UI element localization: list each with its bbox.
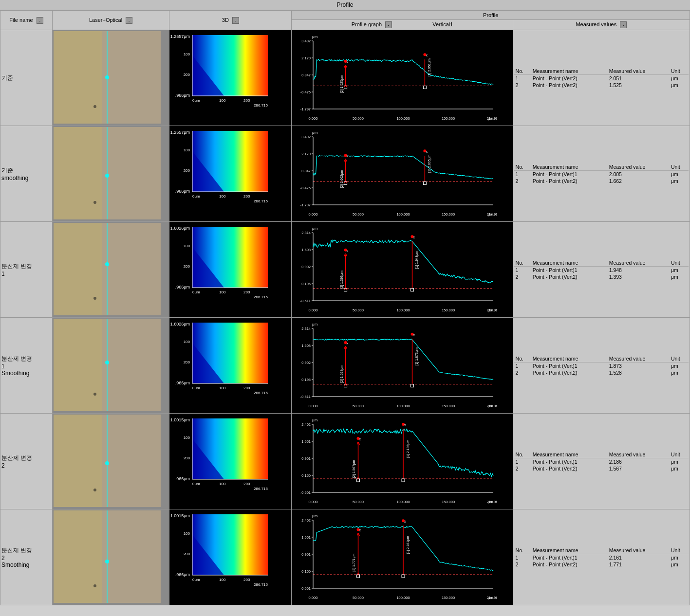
svg-text:200: 200 [243, 290, 250, 294]
svg-rect-159 [102, 319, 161, 411]
svg-text:100.000: 100.000 [397, 308, 410, 312]
svg-text:0.901: 0.901 [302, 552, 311, 557]
svg-text:0μm: 0μm [192, 482, 200, 486]
svg-text:200: 200 [184, 72, 190, 77]
svg-text:0μm: 0μm [192, 194, 200, 199]
file-name-2: 기준 smoothing [0, 126, 53, 222]
file-name-1: 기준 [0, 30, 53, 126]
svg-text:100: 100 [219, 578, 226, 582]
svg-text:[2] 1.393μm: [2] 1.393μm [340, 271, 344, 289]
svg-text:200: 200 [184, 264, 190, 269]
meas-value: 1.567 [608, 465, 670, 472]
svg-text:200: 200 [243, 578, 250, 582]
svg-text:x: x [347, 155, 349, 158]
svg-rect-107 [102, 223, 161, 315]
svg-point-266 [105, 560, 109, 563]
svg-text:0μm: 0μm [192, 98, 200, 103]
svg-text:[1] 1.873μm: [1] 1.873μm [415, 347, 419, 365]
svg-text:μm: μm [488, 116, 494, 121]
meas-unit: μm [670, 170, 689, 178]
svg-text:50.000: 50.000 [353, 212, 364, 217]
svg-text:1.651: 1.651 [302, 535, 311, 540]
svg-text:200: 200 [184, 168, 190, 173]
svg-text:3.492: 3.492 [302, 39, 311, 43]
svg-text:100: 100 [184, 340, 190, 344]
svg-text:-1.797: -1.797 [300, 107, 311, 111]
svg-text:0.847: 0.847 [302, 73, 311, 77]
meas-name: Point - Point (Vert2) [531, 178, 608, 184]
svg-text:μm: μm [488, 308, 494, 312]
meas-name: Point - Point (Vert)1 [531, 266, 608, 273]
svg-text:150.000: 150.000 [442, 500, 455, 504]
meas-no: 2 [514, 82, 531, 89]
svg-text:μm: μm [488, 404, 494, 408]
mv-col-no: No. [514, 451, 531, 458]
measured-values-5: No. Measurement name Measured value Unit… [513, 414, 690, 509]
svg-text:50.000: 50.000 [353, 596, 364, 600]
svg-text:x: x [347, 60, 349, 64]
svg-text:50.000: 50.000 [353, 404, 364, 408]
mv-col-value: Measured value [608, 547, 670, 554]
mv-col-unit: Unit [670, 259, 689, 267]
svg-text:286.715: 286.715 [254, 295, 268, 299]
meas-unit: μm [670, 554, 689, 561]
svg-rect-106 [54, 223, 102, 315]
col-header-3d: 3D - [169, 11, 292, 30]
measurement-row-3-1: 1 Point - Point (Vert)1 1.948 μm [514, 266, 689, 273]
meas-unit: μm [670, 458, 689, 465]
svg-text:0.902: 0.902 [302, 361, 311, 365]
svg-text:100: 100 [184, 531, 190, 536]
svg-text:x: x [359, 437, 361, 441]
meas-value: 1.528 [608, 369, 670, 376]
measurement-row-4-1: 1 Point - Point (Vert)1 1.873 μm [514, 362, 689, 369]
svg-text:0.150: 0.150 [302, 473, 311, 478]
threed-6: 51.0015μm .966μm 100 200 0μm 100 200 286… [169, 509, 292, 605]
svg-text:51.0015μm: 51.0015μm [170, 513, 190, 518]
laser-col-ctrl[interactable]: - [126, 17, 132, 24]
mv-col-value: Measured value [608, 163, 670, 171]
svg-text:51.0015μm: 51.0015μm [170, 417, 190, 422]
svg-point-215 [93, 489, 96, 491]
mv-col-no: No. [514, 547, 531, 554]
svg-text:100: 100 [184, 435, 190, 440]
svg-rect-281 [293, 510, 497, 603]
svg-text:0.195: 0.195 [302, 282, 311, 286]
svg-point-110 [105, 262, 109, 266]
svg-text:100.000: 100.000 [397, 116, 410, 121]
meas-value: 2.051 [608, 74, 670, 82]
meas-no: 1 [514, 458, 531, 465]
measured-col-ctrl[interactable]: - [620, 21, 627, 28]
svg-rect-2 [54, 31, 102, 124]
filename-col-ctrl[interactable]: - [37, 17, 43, 24]
svg-text:0.000: 0.000 [309, 596, 318, 600]
svg-text:0.000: 0.000 [309, 116, 318, 121]
svg-text:31.2557μm: 31.2557μm [170, 130, 190, 135]
svg-rect-125 [293, 223, 497, 315]
meas-value: 1.525 [608, 82, 670, 89]
measurement-row-4-2: 2 Point - Point (Vert2) 1.528 μm [514, 369, 689, 376]
mv-col-name: Measurement name [531, 68, 608, 75]
col-group-profile: Profile [292, 11, 690, 20]
laser-optical-5 [52, 414, 169, 509]
svg-rect-21 [293, 31, 497, 124]
measurement-row-2-2: 2 Point - Point (Vert2) 1.662 μm [514, 178, 689, 184]
svg-text:2.314: 2.314 [302, 326, 311, 331]
mv-col-no: No. [514, 259, 531, 267]
mv-col-unit: Unit [670, 163, 689, 171]
svg-rect-177 [293, 319, 497, 411]
svg-text:[1] 2.005μm: [1] 2.005μm [428, 155, 432, 173]
svg-text:0.000: 0.000 [309, 500, 318, 504]
profile-col-ctrl[interactable]: - [385, 21, 392, 28]
svg-text:200: 200 [243, 194, 250, 199]
threed-col-ctrl[interactable]: - [232, 17, 239, 24]
meas-value: 1.873 [608, 362, 670, 369]
mv-col-name: Measurement name [531, 547, 608, 554]
meas-no: 2 [514, 369, 531, 376]
svg-text:50.000: 50.000 [353, 500, 364, 504]
svg-text:286.715: 286.715 [254, 487, 268, 491]
meas-name: Point - Point (Vert2) [531, 465, 608, 472]
mv-col-no: No. [514, 163, 531, 171]
laser-optical-4 [52, 318, 169, 414]
column-header-row: File name - Laser+Optical - 3D - Profile [0, 11, 690, 20]
svg-rect-73 [293, 127, 497, 219]
